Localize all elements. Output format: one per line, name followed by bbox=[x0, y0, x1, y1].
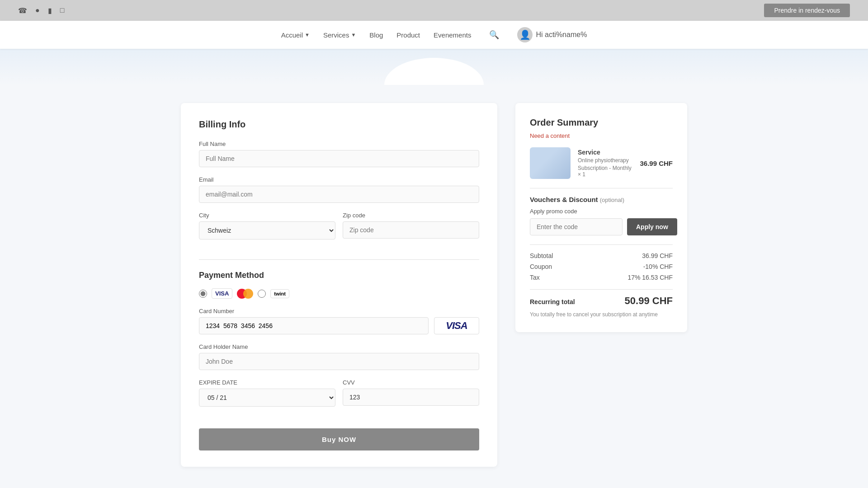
cvv-input[interactable] bbox=[343, 389, 479, 406]
navbar: Accueil ▼ Services ▼ Blog Product Evenem… bbox=[0, 21, 868, 49]
totals-section: Subtotal 36.99 CHF Coupon -10% CHF Tax 1… bbox=[530, 252, 673, 281]
email-group: Email bbox=[199, 176, 479, 203]
nav-product-label: Product bbox=[396, 31, 420, 39]
card-number-group: Card Number VISA bbox=[199, 308, 479, 334]
cancel-note: You totally free to cancel your subscrip… bbox=[530, 311, 673, 318]
nav-blog-label: Blog bbox=[369, 31, 383, 39]
search-icon[interactable]: 🔍 bbox=[489, 30, 499, 40]
expire-group: EXPIRE DATE 05 / 21 bbox=[199, 379, 335, 407]
location-icon[interactable]: ● bbox=[35, 6, 40, 14]
zip-group: Zip code bbox=[343, 212, 479, 239]
tax-label: Tax bbox=[530, 274, 540, 281]
tax-row: Tax 17% 16.53 CHF bbox=[530, 274, 673, 281]
top-bar-right: Prendre in rendez-vous bbox=[764, 4, 850, 17]
zip-label: Zip code bbox=[343, 212, 479, 219]
city-label: City bbox=[199, 212, 335, 219]
service-image bbox=[530, 147, 571, 179]
credit-card-radio[interactable] bbox=[199, 290, 207, 298]
order-title: Order Summary bbox=[530, 117, 673, 128]
payment-title: Payment Method bbox=[199, 271, 479, 280]
nav-evenements[interactable]: Evenements bbox=[434, 31, 471, 39]
promo-row: Apply now bbox=[530, 218, 673, 235]
full-name-label: Full Name bbox=[199, 141, 479, 147]
mastercard-icon bbox=[237, 289, 253, 299]
card-holder-label: Card Holder Name bbox=[199, 343, 479, 350]
nav-accueil-label: Accueil bbox=[281, 31, 303, 39]
nav-blog[interactable]: Blog bbox=[369, 31, 383, 39]
visa-logo-box: VISA bbox=[434, 317, 479, 334]
subtotal-row: Subtotal 36.99 CHF bbox=[530, 252, 673, 259]
service-price: 36.99 CHF bbox=[640, 160, 673, 167]
card-number-input[interactable] bbox=[199, 317, 429, 334]
order-divider-2 bbox=[530, 244, 673, 245]
email-label: Email bbox=[199, 176, 479, 183]
other-payment-radio[interactable] bbox=[258, 290, 266, 298]
nav-product[interactable]: Product bbox=[396, 31, 420, 39]
card-holder-group: Card Holder Name bbox=[199, 343, 479, 370]
coupon-label: Coupon bbox=[530, 263, 552, 270]
hero-strip bbox=[0, 49, 868, 85]
instagram-icon[interactable]: □ bbox=[60, 6, 65, 14]
nav-accueil[interactable]: Accueil ▼ bbox=[281, 31, 310, 39]
promo-code-input[interactable] bbox=[530, 218, 623, 235]
phone-icon[interactable]: ☎ bbox=[18, 6, 27, 15]
voucher-optional-text: (optional) bbox=[600, 197, 624, 203]
hero-shape bbox=[384, 58, 484, 85]
expire-cvv-row: EXPIRE DATE 05 / 21 CVV bbox=[199, 379, 479, 416]
apply-now-button[interactable]: Apply now bbox=[627, 218, 677, 235]
card-number-label: Card Number bbox=[199, 308, 479, 314]
facebook-icon[interactable]: ▮ bbox=[48, 6, 52, 15]
payment-icons-row: VISA twint bbox=[199, 288, 479, 299]
nav-evenements-label: Evenements bbox=[434, 31, 471, 39]
full-name-group: Full Name bbox=[199, 141, 479, 167]
user-greeting: Hi acti%name% bbox=[536, 31, 587, 39]
expire-label: EXPIRE DATE bbox=[199, 379, 335, 386]
user-avatar-icon: 👤 bbox=[517, 27, 533, 42]
city-zip-row: City Schweiz Zip code bbox=[199, 212, 479, 249]
billing-section: Billing Info Full Name Email City Schwei… bbox=[181, 103, 497, 467]
recurring-price: 50.99 CHF bbox=[625, 295, 673, 307]
nav-services[interactable]: Services ▼ bbox=[323, 31, 356, 39]
main-content: Billing Info Full Name Email City Schwei… bbox=[163, 103, 705, 467]
zip-input[interactable] bbox=[343, 221, 479, 239]
email-input[interactable] bbox=[199, 186, 479, 203]
service-info: Service Online physiotherapy Subscriptio… bbox=[578, 149, 632, 178]
buy-now-button[interactable]: Buy NOW bbox=[199, 428, 479, 450]
billing-divider bbox=[199, 259, 479, 260]
order-summary: Order Summary Need a content Service Onl… bbox=[515, 103, 687, 332]
rendez-vous-button[interactable]: Prendre in rendez-vous bbox=[764, 4, 850, 17]
nav-services-label: Services bbox=[323, 31, 349, 39]
card-holder-input[interactable] bbox=[199, 353, 479, 370]
city-group: City Schweiz bbox=[199, 212, 335, 239]
expire-select[interactable]: 05 / 21 bbox=[199, 389, 335, 407]
visa-badge: VISA bbox=[212, 288, 232, 299]
service-row: Service Online physiotherapy Subscriptio… bbox=[530, 147, 673, 179]
voucher-title: Vouchers & Discount (optional) bbox=[530, 196, 673, 203]
full-name-input[interactable] bbox=[199, 150, 479, 167]
service-name: Service bbox=[578, 149, 632, 156]
services-chevron-icon: ▼ bbox=[351, 32, 356, 38]
accueil-chevron-icon: ▼ bbox=[305, 32, 310, 38]
coupon-value: -10% CHF bbox=[643, 263, 673, 270]
visa-logo-text: VISA bbox=[446, 320, 467, 332]
need-content-text: Need a content bbox=[530, 132, 673, 139]
subtotal-label: Subtotal bbox=[530, 252, 553, 259]
service-desc-line1: Online physiotherapy bbox=[578, 157, 632, 164]
cvv-label: CVV bbox=[343, 379, 479, 386]
card-number-row: VISA bbox=[199, 317, 479, 334]
promo-label: Apply promo code bbox=[530, 208, 673, 215]
coupon-row: Coupon -10% CHF bbox=[530, 263, 673, 270]
billing-title: Billing Info bbox=[199, 119, 479, 130]
city-select[interactable]: Schweiz bbox=[199, 221, 335, 239]
recurring-row: Recurring total 50.99 CHF bbox=[530, 289, 673, 307]
voucher-title-text: Vouchers & Discount bbox=[530, 196, 598, 203]
tax-value: 17% 16.53 CHF bbox=[627, 274, 673, 281]
order-divider-1 bbox=[530, 188, 673, 188]
service-image-inner bbox=[530, 147, 571, 179]
top-bar: ☎ ● ▮ □ Prendre in rendez-vous bbox=[0, 0, 868, 21]
service-desc-line2: Subscription - Monthly × 1 bbox=[578, 165, 632, 178]
user-menu[interactable]: 👤 Hi acti%name% bbox=[517, 27, 587, 42]
twint-icon: twint bbox=[270, 289, 289, 298]
recurring-label: Recurring total bbox=[530, 298, 575, 305]
subtotal-value: 36.99 CHF bbox=[642, 252, 673, 259]
